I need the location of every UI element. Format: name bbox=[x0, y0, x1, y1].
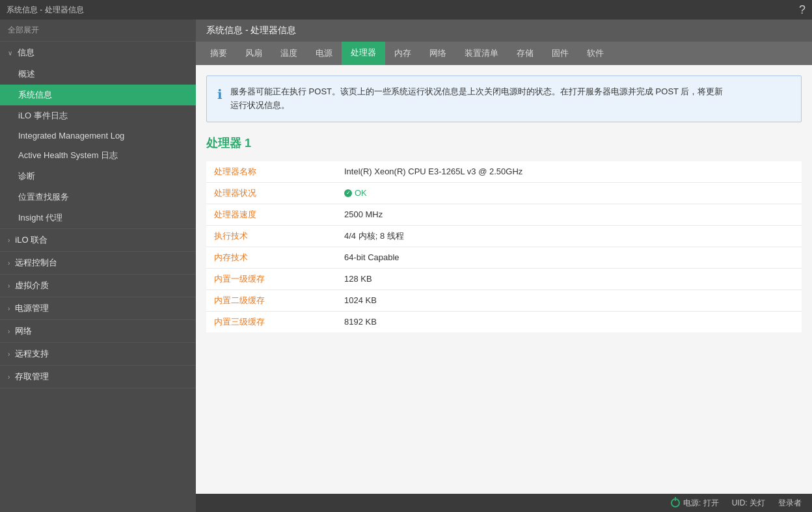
tab-bar: 摘要 风扇 温度 电源 处理器 内存 网络 装置清单 bbox=[196, 42, 812, 65]
power-label: 电源: 打开 bbox=[683, 498, 719, 509]
tab-power[interactable]: 电源 bbox=[306, 42, 342, 64]
sidebar-item-integrated-management-log[interactable]: Integrated Management Log bbox=[0, 126, 196, 145]
sidebar-section-info-label: 信息 bbox=[18, 47, 34, 59]
sidebar-section-info-header[interactable]: ∨ 信息 bbox=[0, 42, 196, 64]
tab-fan[interactable]: 风扇 bbox=[236, 42, 271, 64]
info-circle-icon: ℹ bbox=[217, 87, 223, 102]
user-status: 登录者 bbox=[778, 498, 802, 509]
row-label: 内置三级缓存 bbox=[206, 311, 336, 332]
main-content: ℹ 服务器可能正在执行 POST。该页上的一些系统运行状况信息是上次关闭电源时的… bbox=[196, 65, 812, 494]
status-ok-dot bbox=[344, 189, 352, 197]
processor-section-title: 处理器 1 bbox=[206, 135, 802, 151]
row-value-status: OK bbox=[336, 182, 802, 204]
chevron-storage-management-icon: › bbox=[8, 373, 10, 381]
page-title: 系统信息 - 处理器信息 bbox=[206, 25, 296, 35]
sidebar-item-insight-agent[interactable]: Insight 代理 bbox=[0, 208, 196, 228]
tab-storage[interactable]: 存储 bbox=[508, 42, 543, 64]
content-area: 系统信息 - 处理器信息 摘要 风扇 温度 电源 处理器 内存 网络 bbox=[196, 20, 812, 512]
processor-data-table: 处理器名称 Intel(R) Xeon(R) CPU E3-1265L v3 @… bbox=[206, 161, 802, 332]
tab-memory[interactable]: 内存 bbox=[385, 42, 420, 64]
chevron-virtual-media-icon: › bbox=[8, 282, 10, 290]
chevron-power-management-icon: › bbox=[8, 305, 10, 312]
row-label: 执行技术 bbox=[206, 225, 336, 247]
row-value: 8192 KB bbox=[336, 311, 802, 332]
row-label: 内置一级缓存 bbox=[206, 268, 336, 290]
tab-summary[interactable]: 摘要 bbox=[201, 42, 236, 64]
app-title: 系统信息 - 处理器信息 bbox=[7, 5, 84, 16]
tab-device-inventory[interactable]: 装置清单 bbox=[455, 42, 508, 64]
table-row: 内置一级缓存 128 KB bbox=[206, 268, 802, 290]
tab-temperature[interactable]: 温度 bbox=[271, 42, 306, 64]
row-label: 内置二级缓存 bbox=[206, 290, 336, 311]
power-icon bbox=[671, 498, 680, 507]
chevron-info-icon: ∨ bbox=[8, 49, 12, 57]
top-header: 系统信息 - 处理器信息 ? bbox=[0, 0, 812, 20]
sidebar-section-info: ∨ 信息 概述 系统信息 iLO 事件日志 Integrated Managem… bbox=[0, 42, 196, 229]
sidebar-item-active-health-system[interactable]: Active Health System 日志 bbox=[0, 145, 196, 166]
row-label: 处理器名称 bbox=[206, 161, 336, 183]
chevron-ilo-federation-icon: › bbox=[8, 237, 10, 244]
sidebar-item-system-info[interactable]: 系统信息 bbox=[0, 85, 196, 105]
tab-software[interactable]: 软件 bbox=[578, 42, 613, 64]
tab-firmware[interactable]: 固件 bbox=[543, 42, 578, 64]
row-value: Intel(R) Xeon(R) CPU E3-1265L v3 @ 2.50G… bbox=[336, 161, 802, 183]
sidebar-item-virtual-media[interactable]: › 虚拟介质 bbox=[0, 275, 196, 297]
power-status: 电源: 打开 bbox=[671, 498, 719, 509]
expand-all-button[interactable]: 全部展开 bbox=[0, 20, 196, 42]
sidebar-item-network[interactable]: › 网络 bbox=[0, 320, 196, 343]
uid-status: UID: 关灯 bbox=[732, 498, 765, 509]
row-value: 64-bit Capable bbox=[336, 247, 802, 268]
sidebar-item-ilo-federation[interactable]: › iLO 联合 bbox=[0, 229, 196, 252]
row-label: 处理器状况 bbox=[206, 182, 336, 204]
table-row: 内存技术 64-bit Capable bbox=[206, 247, 802, 268]
sidebar: 全部展开 ∨ 信息 概述 系统信息 iLO 事件日志 Integrated Ma… bbox=[0, 20, 196, 512]
sidebar-item-remote-support[interactable]: › 远程支持 bbox=[0, 343, 196, 366]
content-header: 系统信息 - 处理器信息 bbox=[196, 20, 812, 42]
row-value: 4/4 内核; 8 线程 bbox=[336, 225, 802, 247]
tab-network[interactable]: 网络 bbox=[420, 42, 455, 64]
table-row: 内置三级缓存 8192 KB bbox=[206, 311, 802, 332]
sidebar-item-overview[interactable]: 概述 bbox=[0, 64, 196, 85]
user-label: 登录者 bbox=[778, 498, 802, 509]
table-row: 处理器名称 Intel(R) Xeon(R) CPU E3-1265L v3 @… bbox=[206, 161, 802, 183]
info-box: ℹ 服务器可能正在执行 POST。该页上的一些系统运行状况信息是上次关闭电源时的… bbox=[206, 75, 802, 122]
sidebar-item-power-management[interactable]: › 电源管理 bbox=[0, 297, 196, 320]
sidebar-item-diagnosis[interactable]: 诊断 bbox=[0, 166, 196, 187]
status-bar: 电源: 打开 UID: 关灯 登录者 bbox=[196, 494, 812, 512]
sidebar-item-storage-management[interactable]: › 存取管理 bbox=[0, 366, 196, 388]
table-row: 内置二级缓存 1024 KB bbox=[206, 290, 802, 311]
help-icon[interactable]: ? bbox=[799, 3, 805, 17]
uid-label: UID: 关灯 bbox=[732, 498, 765, 509]
table-row: 处理器状况 OK bbox=[206, 182, 802, 204]
chevron-remote-support-icon: › bbox=[8, 351, 10, 358]
main-layout: 全部展开 ∨ 信息 概述 系统信息 iLO 事件日志 Integrated Ma… bbox=[0, 20, 812, 512]
chevron-network-icon: › bbox=[8, 328, 10, 335]
row-value: 1024 KB bbox=[336, 290, 802, 311]
sidebar-item-location-discovery[interactable]: 位置查找服务 bbox=[0, 187, 196, 208]
status-ok-badge: OK bbox=[344, 188, 794, 198]
table-row: 执行技术 4/4 内核; 8 线程 bbox=[206, 225, 802, 247]
sidebar-item-remote-console[interactable]: › 远程控制台 bbox=[0, 252, 196, 275]
row-value: 128 KB bbox=[336, 268, 802, 290]
row-label: 内存技术 bbox=[206, 247, 336, 268]
info-text: 服务器可能正在执行 POST。该页上的一些系统运行状况信息是上次关闭电源时的状态… bbox=[230, 85, 723, 113]
row-value: 2500 MHz bbox=[336, 204, 802, 225]
chevron-remote-console-icon: › bbox=[8, 260, 10, 267]
table-row: 处理器速度 2500 MHz bbox=[206, 204, 802, 225]
sidebar-item-ilo-event-log[interactable]: iLO 事件日志 bbox=[0, 105, 196, 126]
tab-processor[interactable]: 处理器 bbox=[342, 42, 385, 65]
row-label: 处理器速度 bbox=[206, 204, 336, 225]
